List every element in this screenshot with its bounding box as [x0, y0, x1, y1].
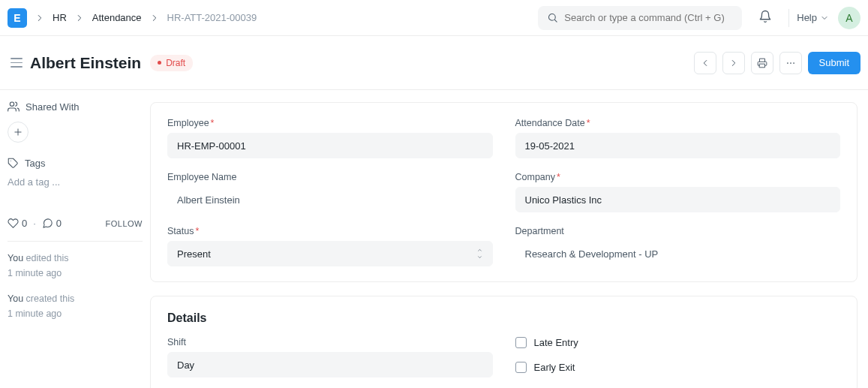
status-dot-icon — [158, 61, 161, 65]
company-label: Company* — [515, 172, 841, 182]
chevron-right-icon — [35, 13, 45, 23]
shift-label: Shift — [167, 337, 493, 347]
status-select[interactable]: Present — [167, 241, 493, 266]
help-menu[interactable]: Help — [797, 12, 829, 23]
chevron-down-icon — [820, 14, 829, 23]
bell-icon — [758, 10, 772, 23]
chevron-right-icon — [74, 13, 85, 23]
add-tag-input[interactable]: Add a tag ... — [8, 176, 143, 188]
company-field: Company* Unico Plastics Inc — [515, 172, 841, 212]
breadcrumb-hr[interactable]: HR — [48, 9, 71, 26]
search-input[interactable] — [564, 12, 733, 23]
shared-with-label: Shared With — [26, 101, 80, 113]
early-exit-label: Early Exit — [534, 362, 575, 373]
users-icon — [8, 101, 20, 113]
employee-name-value: Albert Einstein — [167, 187, 493, 212]
details-section-title: Details — [167, 311, 840, 325]
comment-button[interactable]: 0 — [42, 218, 62, 229]
svg-point-2 — [787, 62, 788, 64]
department-value: Research & Development - UP — [515, 241, 841, 266]
activity-entry: You edited this 1 minute ago — [8, 251, 143, 281]
divider — [8, 241, 143, 242]
more-menu-button[interactable] — [779, 52, 802, 74]
follow-button[interactable]: FOLLOW — [106, 219, 143, 228]
company-input[interactable]: Unico Plastics Inc — [515, 187, 841, 212]
info-sidebar: Shared With Tags Add a tag ... 0 · 0 FOL… — [0, 90, 150, 388]
breadcrumb: HR Attendance HR-ATT-2021-00039 — [33, 9, 261, 26]
svg-point-0 — [549, 14, 556, 21]
attendance-date-label: Attendance Date* — [515, 118, 841, 128]
breadcrumb-current: HR-ATT-2021-00039 — [163, 9, 262, 26]
comment-icon — [42, 218, 53, 229]
late-entry-label: Late Entry — [534, 337, 578, 348]
print-button[interactable] — [751, 52, 773, 74]
social-row: 0 · 0 FOLLOW — [8, 218, 143, 229]
department-label: Department — [515, 226, 841, 236]
attendance-date-field: Attendance Date* 19-05-2021 — [515, 118, 841, 158]
svg-rect-1 — [759, 64, 764, 68]
main-form-card: Employee* HR-EMP-00001 Employee Name Alb… — [150, 102, 857, 282]
action-buttons: Submit — [694, 52, 860, 74]
shift-field: Shift Day — [167, 337, 493, 377]
tag-icon — [8, 158, 19, 169]
attendance-date-input[interactable]: 19-05-2021 — [515, 133, 841, 158]
top-bar: E HR Attendance HR-ATT-2021-00039 Help A — [0, 0, 868, 36]
form-area: Employee* HR-EMP-00001 Employee Name Alb… — [150, 90, 868, 388]
breadcrumb-attendance[interactable]: Attendance — [88, 9, 146, 26]
checkbox-icon — [515, 337, 527, 348]
submit-button[interactable]: Submit — [808, 52, 860, 74]
chevron-right-icon — [728, 58, 739, 68]
dot-separator: · — [33, 218, 36, 229]
status-badge-text: Draft — [166, 58, 185, 68]
like-count: 0 — [22, 218, 27, 229]
page-title: Albert Einstein — [30, 54, 141, 72]
divider — [788, 9, 789, 27]
like-button[interactable]: 0 — [8, 218, 27, 229]
notifications-button[interactable] — [755, 7, 775, 29]
comment-count: 0 — [56, 218, 62, 229]
employee-label: Employee* — [167, 118, 493, 128]
svg-point-3 — [790, 62, 791, 64]
status-field: Status* Present — [167, 226, 493, 266]
status-badge: Draft — [150, 55, 193, 71]
user-avatar[interactable]: A — [838, 7, 860, 29]
employee-name-label: Employee Name — [167, 172, 493, 182]
activity-entry: You created this 1 minute ago — [8, 291, 143, 321]
help-label: Help — [797, 12, 817, 23]
tags-label: Tags — [25, 158, 45, 169]
checkbox-icon — [515, 362, 527, 373]
add-shared-user-button[interactable] — [8, 122, 29, 143]
status-value: Present — [177, 248, 211, 260]
department-field: Department Research & Development - UP — [515, 226, 841, 266]
late-entry-checkbox[interactable]: Late Entry — [515, 337, 841, 348]
shift-input[interactable]: Day — [167, 352, 493, 377]
printer-icon — [757, 58, 767, 68]
next-button[interactable] — [722, 52, 745, 74]
search-icon — [547, 12, 558, 23]
heart-icon — [8, 218, 19, 229]
employee-name-field: Employee Name Albert Einstein — [167, 172, 493, 212]
tags-row: Tags — [8, 158, 143, 169]
status-label: Status* — [167, 226, 493, 236]
prev-button[interactable] — [694, 52, 716, 74]
chevron-right-icon — [149, 13, 160, 23]
svg-point-5 — [10, 102, 14, 106]
svg-point-6 — [11, 161, 11, 161]
employee-field: Employee* HR-EMP-00001 — [167, 118, 493, 158]
app-logo[interactable]: E — [8, 8, 27, 28]
chevron-left-icon — [700, 58, 710, 68]
global-search[interactable] — [538, 6, 742, 30]
page-header: Albert Einstein Draft Submit — [0, 36, 868, 90]
select-arrows-icon — [476, 247, 483, 260]
employee-input[interactable]: HR-EMP-00001 — [167, 133, 493, 158]
shared-with-row[interactable]: Shared With — [8, 96, 143, 117]
early-exit-checkbox[interactable]: Early Exit — [515, 362, 841, 373]
plus-icon — [13, 127, 23, 137]
svg-point-4 — [793, 62, 794, 64]
details-card: Details Shift Day Late Entry Early Ex — [150, 296, 857, 388]
sidebar-toggle[interactable] — [8, 54, 26, 72]
dots-horizontal-icon — [785, 58, 796, 68]
